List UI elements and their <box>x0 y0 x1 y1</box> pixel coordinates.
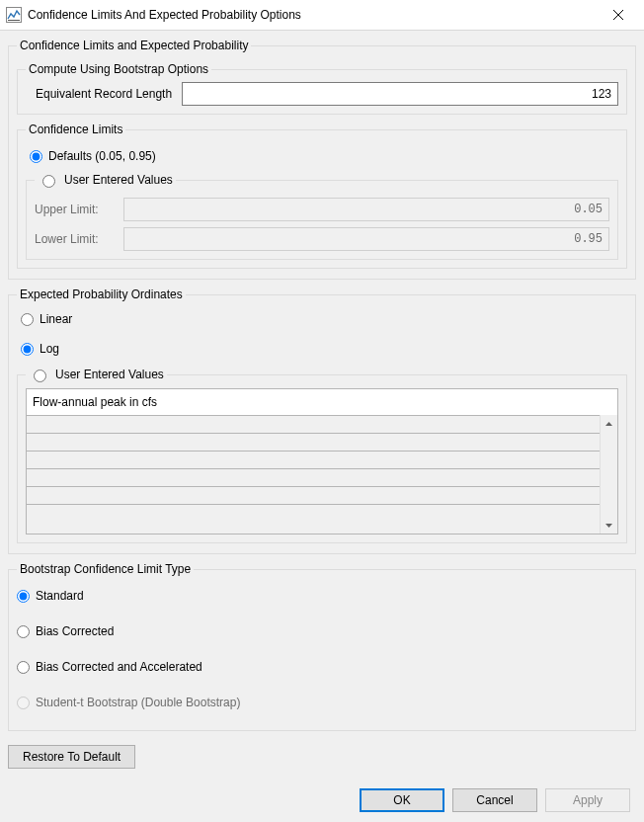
radio-defaults[interactable]: Defaults (0.05, 0.95) <box>30 146 618 166</box>
ordinates-table-header: Flow-annual peak in cfs <box>27 389 600 416</box>
radio-user-limits-input[interactable] <box>42 175 55 188</box>
table-row[interactable] <box>27 505 600 522</box>
table-row[interactable] <box>27 434 600 452</box>
close-icon <box>613 10 623 20</box>
table-row[interactable] <box>27 487 600 505</box>
radio-student-t: Student-t Bootstrap (Double Bootstrap) <box>17 693 627 712</box>
ordinates-table-body <box>27 416 600 534</box>
group-bootstrap-options: Compute Using Bootstrap Options Equivale… <box>17 62 627 115</box>
app-icon <box>6 7 22 23</box>
radio-student-t-label: Student-t Bootstrap (Double Bootstrap) <box>36 696 240 709</box>
radio-standard-input[interactable] <box>17 590 30 603</box>
radio-standard-label: Standard <box>36 589 84 603</box>
radio-bias-accelerated-input[interactable] <box>17 661 30 674</box>
group-bootstrap-type: Bootstrap Confidence Limit Type Standard… <box>8 562 636 731</box>
radio-user-limits-label: User Entered Values <box>64 173 173 187</box>
radio-defaults-input[interactable] <box>30 150 42 163</box>
radio-user-ordinates-input[interactable] <box>34 370 46 382</box>
restore-default-button[interactable]: Restore To Default <box>8 745 135 769</box>
radio-linear-input[interactable] <box>21 313 34 326</box>
group-confidence-expected: Confidence Limits and Expected Probabili… <box>8 39 636 280</box>
radio-user-limits[interactable]: User Entered Values <box>35 172 176 188</box>
group-expected-ordinates-legend: Expected Probability Ordinates <box>17 288 186 301</box>
lower-limit-label: Lower Limit: <box>35 232 114 246</box>
table-row[interactable] <box>27 469 600 487</box>
close-button[interactable] <box>599 0 638 30</box>
footer-button-bar: OK Cancel Apply <box>360 788 630 812</box>
radio-log-label: Log <box>40 342 59 356</box>
radio-bias-corrected[interactable]: Bias Corrected <box>17 621 627 641</box>
radio-user-ordinates[interactable]: User Entered Values <box>26 367 167 382</box>
radio-log[interactable]: Log <box>21 339 627 359</box>
group-bootstrap-options-legend: Compute Using Bootstrap Options <box>26 62 211 76</box>
group-confidence-limits-legend: Confidence Limits <box>26 123 125 136</box>
chevron-down-icon <box>605 524 612 528</box>
group-expected-ordinates: Expected Probability Ordinates Linear Lo… <box>8 288 636 554</box>
scroll-track[interactable] <box>601 432 617 517</box>
svg-marker-4 <box>605 422 612 426</box>
equivalent-record-length-label: Equivalent Record Length <box>36 87 172 101</box>
upper-limit-label: Upper Limit: <box>35 203 114 216</box>
scroll-up-button[interactable] <box>601 415 617 432</box>
window-title: Confidence Limits And Expected Probabili… <box>28 8 599 22</box>
radio-user-ordinates-label: User Entered Values <box>55 368 164 381</box>
radio-student-t-input <box>17 697 30 709</box>
table-row[interactable] <box>27 416 600 434</box>
radio-standard[interactable]: Standard <box>17 586 627 606</box>
ok-button[interactable]: OK <box>360 788 444 812</box>
group-confidence-expected-legend: Confidence Limits and Expected Probabili… <box>17 39 251 52</box>
group-confidence-limits: Confidence Limits Defaults (0.05, 0.95) … <box>17 123 627 269</box>
ordinates-scrollbar[interactable] <box>600 415 617 534</box>
radio-linear[interactable]: Linear <box>21 309 627 329</box>
equivalent-record-length-input[interactable] <box>182 82 618 106</box>
group-bootstrap-type-legend: Bootstrap Confidence Limit Type <box>17 562 194 576</box>
radio-bias-corrected-input[interactable] <box>17 625 30 638</box>
radio-bias-accelerated-label: Bias Corrected and Accelerated <box>36 660 202 674</box>
ordinates-table: Flow-annual peak in cfs <box>26 388 618 534</box>
cancel-button[interactable]: Cancel <box>452 788 537 812</box>
radio-defaults-label: Defaults (0.05, 0.95) <box>48 149 156 163</box>
svg-marker-5 <box>605 524 612 528</box>
group-user-ordinates: User Entered Values Flow-annual peak in … <box>17 367 627 543</box>
dialog-body: Confidence Limits and Expected Probabili… <box>0 31 644 822</box>
radio-bias-corrected-label: Bias Corrected <box>36 624 114 638</box>
radio-linear-label: Linear <box>40 312 72 326</box>
upper-limit-input: 0.05 <box>123 198 609 221</box>
title-bar: Confidence Limits And Expected Probabili… <box>0 0 644 31</box>
group-user-limits: User Entered Values Upper Limit: 0.05 Lo… <box>26 172 618 260</box>
table-row[interactable] <box>27 452 600 469</box>
radio-bias-accelerated[interactable]: Bias Corrected and Accelerated <box>17 657 627 677</box>
chevron-up-icon <box>605 422 612 426</box>
radio-log-input[interactable] <box>21 343 34 356</box>
scroll-down-button[interactable] <box>601 517 617 534</box>
apply-button: Apply <box>545 788 630 812</box>
lower-limit-input: 0.95 <box>123 227 609 251</box>
